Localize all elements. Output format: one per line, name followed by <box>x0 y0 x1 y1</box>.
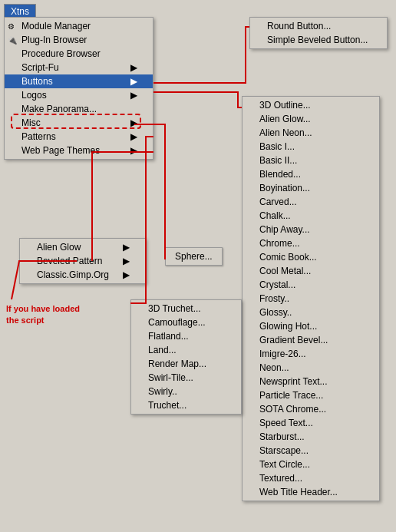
simple-beveled-button-item[interactable]: Simple Beveled Button... <box>250 33 387 47</box>
module-manager-item[interactable]: ⚙ Module Manager <box>5 19 153 33</box>
patterns-submenu: Alien Glow ▶ Beveled Pattern ▶ Classic.G… <box>19 238 146 284</box>
buttons-arrow: ▶ <box>130 76 137 87</box>
annotation-text: If you have loaded the script <box>6 303 80 327</box>
patterns-arrow: ▶ <box>130 131 137 142</box>
logos-3d-outline[interactable]: 3D Outline... <box>243 98 379 112</box>
misc-render-map[interactable]: Render Map... <box>131 357 241 371</box>
sphere-button[interactable]: Sphere... <box>165 247 223 266</box>
patterns-beveled-pattern[interactable]: Beveled Pattern ▶ <box>20 254 145 268</box>
logos-gradient-bevel[interactable]: Gradient Bevel... <box>243 333 379 347</box>
main-menu: ⚙ Module Manager 🔌 Plug-In Browser Proce… <box>4 17 153 160</box>
script-fu-arrow: ▶ <box>130 62 137 73</box>
logos-starburst[interactable]: Starburst... <box>243 430 379 444</box>
logos-chip-away[interactable]: Chip Away... <box>243 223 379 236</box>
logos-sota-chrome[interactable]: SOTA Chrome... <box>243 402 379 416</box>
logos-glowing-hot[interactable]: Glowing Hot... <box>243 319 379 333</box>
buttons-submenu: Round Button... Simple Beveled Button... <box>249 17 388 49</box>
logos-basic-ii[interactable]: Basic II... <box>243 154 379 167</box>
logos-blended[interactable]: Blended... <box>243 167 379 181</box>
misc-land[interactable]: Land... <box>131 343 241 357</box>
logos-starscape[interactable]: Starscape... <box>243 444 379 458</box>
logos-chalk[interactable]: Chalk... <box>243 209 379 223</box>
patterns-alien-glow-arrow: ▶ <box>123 242 130 253</box>
logos-comic-book[interactable]: Comic Book... <box>243 250 379 264</box>
logos-imigre[interactable]: Imigre-26... <box>243 347 379 361</box>
round-button-item[interactable]: Round Button... <box>250 19 387 33</box>
logos-frosty[interactable]: Frosty.. <box>243 292 379 306</box>
logos-web-title-header[interactable]: Web Title Header... <box>243 485 379 499</box>
misc-3d-truchet[interactable]: 3D Truchet... <box>131 302 241 316</box>
misc-swirly[interactable]: Swirly.. <box>131 385 241 398</box>
logos-text-circle[interactable]: Text Circle... <box>243 458 379 471</box>
logos-glossy[interactable]: Glossy.. <box>243 306 379 319</box>
logos-arrow: ▶ <box>130 90 137 101</box>
logos-newsprint-text[interactable]: Newsprint Text... <box>243 375 379 388</box>
misc-submenu: 3D Truchet... Camouflage... Flatland... … <box>130 299 242 415</box>
logos-boyination[interactable]: Boyination... <box>243 181 379 195</box>
web-page-themes-item[interactable]: Web Page Themes ▶ <box>5 144 153 157</box>
logos-cool-metal[interactable]: Cool Metal... <box>243 264 379 278</box>
logos-basic-i[interactable]: Basic I... <box>243 140 379 154</box>
logos-alien-glow[interactable]: Alien Glow... <box>243 112 379 126</box>
logos-crystal[interactable]: Crystal... <box>243 278 379 292</box>
plugin-browser-item[interactable]: 🔌 Plug-In Browser <box>5 33 153 47</box>
logos-item[interactable]: Logos ▶ <box>5 88 153 102</box>
misc-camouflage[interactable]: Camouflage... <box>131 316 241 329</box>
logos-neon[interactable]: Neon... <box>243 361 379 375</box>
web-page-themes-arrow: ▶ <box>130 145 137 156</box>
logos-carved[interactable]: Carved... <box>243 195 379 209</box>
patterns-item[interactable]: Patterns ▶ <box>5 130 153 144</box>
logos-particle-trace[interactable]: Particle Trace... <box>243 388 379 402</box>
logos-textured[interactable]: Textured... <box>243 471 379 485</box>
script-fu-item[interactable]: Script-Fu ▶ <box>5 61 153 74</box>
buttons-item[interactable]: Buttons ▶ <box>5 74 153 88</box>
patterns-alien-glow[interactable]: Alien Glow ▶ <box>20 240 145 254</box>
misc-flatland[interactable]: Flatland... <box>131 329 241 343</box>
logos-chrome[interactable]: Chrome... <box>243 236 379 250</box>
patterns-classic-gimp[interactable]: Classic.Gimp.Org ▶ <box>20 268 145 282</box>
patterns-beveled-arrow: ▶ <box>123 256 130 266</box>
patterns-classic-arrow: ▶ <box>123 269 130 280</box>
logos-alien-neon[interactable]: Alien Neon... <box>243 126 379 140</box>
misc-truchet[interactable]: Truchet... <box>131 398 241 412</box>
misc-swirl-tile[interactable]: Swirl-Tile... <box>131 371 241 385</box>
logos-speed-text[interactable]: Speed Text... <box>243 416 379 430</box>
procedure-browser-item[interactable]: Procedure Browser <box>5 47 153 61</box>
logos-submenu: 3D Outline... Alien Glow... Alien Neon..… <box>242 96 380 501</box>
make-panorama-highlight <box>11 114 141 129</box>
